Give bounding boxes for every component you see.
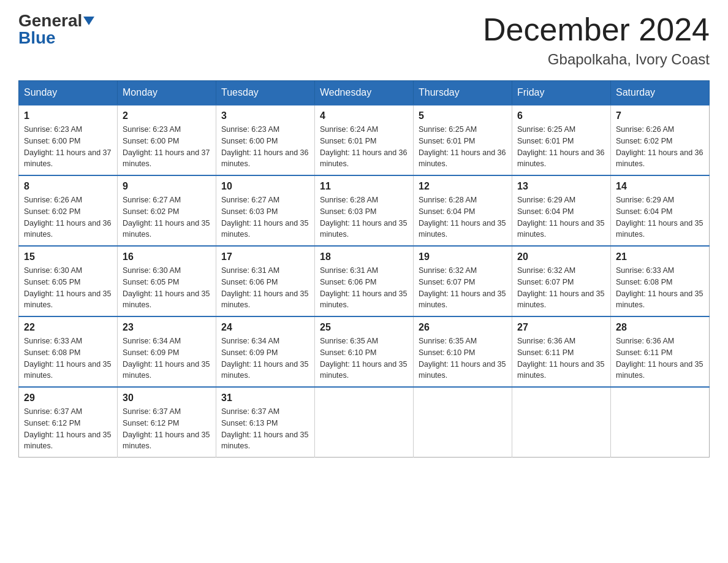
day-number: 4 (320, 110, 408, 121)
day-number: 14 (616, 181, 704, 192)
day-number: 22 (24, 322, 112, 333)
page-header: General Blue December 2024 Gbapolkaha, I… (18, 12, 710, 68)
weekday-header-tuesday: Tuesday (216, 81, 315, 105)
calendar-cell: 6 Sunrise: 6:25 AMSunset: 6:01 PMDayligh… (512, 105, 611, 175)
calendar-cell: 23 Sunrise: 6:34 AMSunset: 6:09 PMDaylig… (118, 316, 216, 387)
day-info: Sunrise: 6:24 AMSunset: 6:01 PMDaylight:… (320, 124, 408, 170)
day-info: Sunrise: 6:34 AMSunset: 6:09 PMDaylight:… (123, 335, 211, 381)
calendar-cell: 29 Sunrise: 6:37 AMSunset: 6:12 PMDaylig… (19, 387, 118, 458)
day-info: Sunrise: 6:23 AMSunset: 6:00 PMDaylight:… (24, 124, 112, 170)
day-number: 27 (517, 322, 605, 333)
day-info: Sunrise: 6:33 AMSunset: 6:08 PMDaylight:… (616, 265, 704, 311)
day-number: 6 (517, 110, 605, 121)
calendar-cell: 16 Sunrise: 6:30 AMSunset: 6:05 PMDaylig… (118, 246, 216, 316)
day-number: 16 (123, 251, 211, 262)
calendar-cell: 7 Sunrise: 6:26 AMSunset: 6:02 PMDayligh… (611, 105, 710, 175)
day-number: 1 (24, 110, 112, 121)
calendar-cell: 14 Sunrise: 6:29 AMSunset: 6:04 PMDaylig… (611, 175, 710, 246)
day-number: 18 (320, 251, 408, 262)
location-subtitle: Gbapolkaha, Ivory Coast (483, 51, 710, 68)
calendar-cell: 11 Sunrise: 6:28 AMSunset: 6:03 PMDaylig… (315, 175, 414, 246)
day-info: Sunrise: 6:30 AMSunset: 6:05 PMDaylight:… (24, 265, 112, 311)
calendar-cell: 20 Sunrise: 6:32 AMSunset: 6:07 PMDaylig… (512, 246, 611, 316)
day-info: Sunrise: 6:36 AMSunset: 6:11 PMDaylight:… (616, 335, 704, 381)
calendar-week-row: 15 Sunrise: 6:30 AMSunset: 6:05 PMDaylig… (19, 246, 710, 316)
calendar-cell: 25 Sunrise: 6:35 AMSunset: 6:10 PMDaylig… (315, 316, 414, 387)
day-number: 19 (419, 251, 507, 262)
day-number: 29 (24, 393, 112, 404)
calendar-cell: 10 Sunrise: 6:27 AMSunset: 6:03 PMDaylig… (216, 175, 315, 246)
calendar-cell: 26 Sunrise: 6:35 AMSunset: 6:10 PMDaylig… (414, 316, 512, 387)
day-number: 17 (221, 251, 309, 262)
day-number: 12 (419, 181, 507, 192)
weekday-header-wednesday: Wednesday (315, 81, 414, 105)
day-number: 3 (221, 110, 309, 121)
calendar-cell (512, 387, 611, 458)
day-info: Sunrise: 6:29 AMSunset: 6:04 PMDaylight:… (616, 194, 704, 240)
logo: General Blue (18, 12, 94, 47)
calendar-cell: 8 Sunrise: 6:26 AMSunset: 6:02 PMDayligh… (19, 175, 118, 246)
calendar-cell: 22 Sunrise: 6:33 AMSunset: 6:08 PMDaylig… (19, 316, 118, 387)
weekday-header-monday: Monday (118, 81, 216, 105)
calendar-table: SundayMondayTuesdayWednesdayThursdayFrid… (18, 80, 710, 458)
calendar-cell: 15 Sunrise: 6:30 AMSunset: 6:05 PMDaylig… (19, 246, 118, 316)
calendar-cell (315, 387, 414, 458)
day-info: Sunrise: 6:34 AMSunset: 6:09 PMDaylight:… (221, 335, 309, 381)
day-info: Sunrise: 6:37 AMSunset: 6:12 PMDaylight:… (24, 406, 112, 452)
day-number: 10 (221, 181, 309, 192)
calendar-week-row: 22 Sunrise: 6:33 AMSunset: 6:08 PMDaylig… (19, 316, 710, 387)
day-info: Sunrise: 6:25 AMSunset: 6:01 PMDaylight:… (517, 124, 605, 170)
calendar-cell: 3 Sunrise: 6:23 AMSunset: 6:00 PMDayligh… (216, 105, 315, 175)
calendar-cell: 12 Sunrise: 6:28 AMSunset: 6:04 PMDaylig… (414, 175, 512, 246)
calendar-cell: 28 Sunrise: 6:36 AMSunset: 6:11 PMDaylig… (611, 316, 710, 387)
calendar-week-row: 29 Sunrise: 6:37 AMSunset: 6:12 PMDaylig… (19, 387, 710, 458)
day-number: 11 (320, 181, 408, 192)
logo-general-text: General (18, 12, 82, 29)
day-info: Sunrise: 6:28 AMSunset: 6:03 PMDaylight:… (320, 194, 408, 240)
calendar-cell: 30 Sunrise: 6:37 AMSunset: 6:12 PMDaylig… (118, 387, 216, 458)
day-info: Sunrise: 6:31 AMSunset: 6:06 PMDaylight:… (221, 265, 309, 311)
day-info: Sunrise: 6:27 AMSunset: 6:02 PMDaylight:… (123, 194, 211, 240)
day-info: Sunrise: 6:35 AMSunset: 6:10 PMDaylight:… (320, 335, 408, 381)
day-info: Sunrise: 6:35 AMSunset: 6:10 PMDaylight:… (419, 335, 507, 381)
calendar-cell: 27 Sunrise: 6:36 AMSunset: 6:11 PMDaylig… (512, 316, 611, 387)
calendar-cell: 21 Sunrise: 6:33 AMSunset: 6:08 PMDaylig… (611, 246, 710, 316)
day-info: Sunrise: 6:32 AMSunset: 6:07 PMDaylight:… (419, 265, 507, 311)
day-number: 28 (616, 322, 704, 333)
calendar-cell (414, 387, 512, 458)
calendar-cell: 4 Sunrise: 6:24 AMSunset: 6:01 PMDayligh… (315, 105, 414, 175)
calendar-week-row: 1 Sunrise: 6:23 AMSunset: 6:00 PMDayligh… (19, 105, 710, 175)
day-info: Sunrise: 6:26 AMSunset: 6:02 PMDaylight:… (24, 194, 112, 240)
weekday-header-row: SundayMondayTuesdayWednesdayThursdayFrid… (19, 81, 710, 105)
day-number: 24 (221, 322, 309, 333)
day-info: Sunrise: 6:23 AMSunset: 6:00 PMDaylight:… (123, 124, 211, 170)
day-number: 2 (123, 110, 211, 121)
day-number: 7 (616, 110, 704, 121)
day-number: 13 (517, 181, 605, 192)
calendar-cell: 13 Sunrise: 6:29 AMSunset: 6:04 PMDaylig… (512, 175, 611, 246)
day-info: Sunrise: 6:31 AMSunset: 6:06 PMDaylight:… (320, 265, 408, 311)
calendar-cell: 5 Sunrise: 6:25 AMSunset: 6:01 PMDayligh… (414, 105, 512, 175)
day-info: Sunrise: 6:37 AMSunset: 6:13 PMDaylight:… (221, 406, 309, 452)
calendar-cell: 2 Sunrise: 6:23 AMSunset: 6:00 PMDayligh… (118, 105, 216, 175)
day-number: 23 (123, 322, 211, 333)
weekday-header-thursday: Thursday (414, 81, 512, 105)
month-title: December 2024 (483, 12, 710, 47)
weekday-header-saturday: Saturday (611, 81, 710, 105)
day-number: 31 (221, 393, 309, 404)
calendar-cell: 9 Sunrise: 6:27 AMSunset: 6:02 PMDayligh… (118, 175, 216, 246)
calendar-cell: 1 Sunrise: 6:23 AMSunset: 6:00 PMDayligh… (19, 105, 118, 175)
day-info: Sunrise: 6:27 AMSunset: 6:03 PMDaylight:… (221, 194, 309, 240)
day-number: 8 (24, 181, 112, 192)
weekday-header-sunday: Sunday (19, 81, 118, 105)
day-number: 15 (24, 251, 112, 262)
day-number: 20 (517, 251, 605, 262)
day-number: 21 (616, 251, 704, 262)
calendar-cell: 17 Sunrise: 6:31 AMSunset: 6:06 PMDaylig… (216, 246, 315, 316)
day-info: Sunrise: 6:28 AMSunset: 6:04 PMDaylight:… (419, 194, 507, 240)
calendar-cell: 18 Sunrise: 6:31 AMSunset: 6:06 PMDaylig… (315, 246, 414, 316)
logo-triangle-icon (83, 17, 94, 25)
day-info: Sunrise: 6:36 AMSunset: 6:11 PMDaylight:… (517, 335, 605, 381)
day-number: 5 (419, 110, 507, 121)
day-info: Sunrise: 6:37 AMSunset: 6:12 PMDaylight:… (123, 406, 211, 452)
